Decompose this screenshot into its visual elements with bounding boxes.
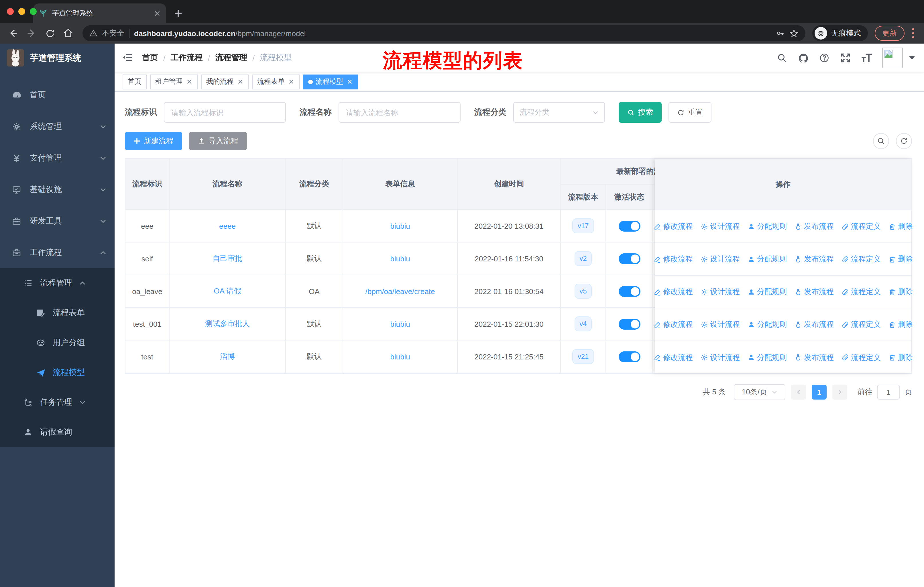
show-search-icon-button[interactable] xyxy=(873,133,889,149)
home-icon[interactable] xyxy=(61,26,76,41)
password-key-icon[interactable] xyxy=(776,29,785,38)
form-info-link[interactable]: biubiu xyxy=(390,352,410,361)
forward-icon[interactable] xyxy=(24,26,39,41)
active-toggle[interactable] xyxy=(619,253,640,264)
process-definition-link[interactable]: 流程定义 xyxy=(841,352,881,362)
filter-key-input[interactable] xyxy=(164,102,286,123)
page-size-select[interactable]: 10条/页 xyxy=(734,384,785,400)
modify-process-link[interactable]: 修改流程 xyxy=(653,254,693,264)
assign-rule-link[interactable]: 分配规则 xyxy=(747,352,787,362)
sidebar-fold-icon[interactable] xyxy=(121,51,134,64)
reset-button[interactable]: 重置 xyxy=(668,102,711,123)
help-icon[interactable] xyxy=(818,52,830,64)
refresh-table-icon-button[interactable] xyxy=(896,133,912,149)
publish-process-link[interactable]: 发布流程 xyxy=(794,221,834,231)
tag-close-icon[interactable] xyxy=(346,78,353,85)
breadcrumb-workflow[interactable]: 工作流程 xyxy=(171,53,203,63)
next-page-button[interactable] xyxy=(832,385,847,400)
form-info-link[interactable]: biubiu xyxy=(390,319,410,328)
process-name-link[interactable]: 滔博 xyxy=(220,352,235,360)
assign-rule-link[interactable]: 分配规则 xyxy=(747,287,787,297)
tag-my-process[interactable]: 我的流程 xyxy=(201,74,249,89)
search-button[interactable]: 搜索 xyxy=(619,102,662,123)
modify-process-link[interactable]: 修改流程 xyxy=(653,319,693,330)
back-icon[interactable] xyxy=(6,26,21,41)
process-definition-link[interactable]: 流程定义 xyxy=(841,287,881,297)
process-name-link[interactable]: 自己审批 xyxy=(213,254,242,263)
modify-process-link[interactable]: 修改流程 xyxy=(653,352,693,362)
sidebar-item-workflow[interactable]: 工作流程 xyxy=(0,237,115,268)
process-name-link[interactable]: OA 请假 xyxy=(214,287,241,295)
filter-category-select[interactable]: 流程分类 xyxy=(513,102,605,123)
publish-process-link[interactable]: 发布流程 xyxy=(794,319,834,330)
publish-process-link[interactable]: 发布流程 xyxy=(794,254,834,264)
active-toggle[interactable] xyxy=(619,351,640,362)
design-process-link[interactable]: 设计流程 xyxy=(700,221,740,231)
tag-close-icon[interactable] xyxy=(186,78,193,85)
close-window-button[interactable] xyxy=(7,8,14,15)
sidebar-item-process-model[interactable]: 流程模型 xyxy=(0,358,115,387)
current-page-button[interactable]: 1 xyxy=(812,385,827,400)
browser-menu-icon[interactable] xyxy=(908,28,918,38)
tag-process-form[interactable]: 流程表单 xyxy=(252,74,300,89)
filter-name-input[interactable] xyxy=(338,102,460,123)
sidebar-item-home[interactable]: 首页 xyxy=(0,79,115,111)
sidebar-item-process-management[interactable]: 流程管理 xyxy=(0,268,115,298)
modify-process-link[interactable]: 修改流程 xyxy=(653,287,693,297)
delete-link[interactable]: 删除 xyxy=(888,287,913,297)
process-definition-link[interactable]: 流程定义 xyxy=(841,221,881,231)
delete-link[interactable]: 删除 xyxy=(888,254,913,264)
sidebar-item-payment[interactable]: 支付管理 xyxy=(0,142,115,174)
publish-process-link[interactable]: 发布流程 xyxy=(794,352,834,362)
active-toggle[interactable] xyxy=(619,286,640,297)
assign-rule-link[interactable]: 分配规则 xyxy=(747,254,787,264)
browser-update-button[interactable]: 更新 xyxy=(875,26,904,41)
design-process-link[interactable]: 设计流程 xyxy=(700,319,740,330)
tag-close-icon[interactable] xyxy=(287,78,294,85)
reload-icon[interactable] xyxy=(42,26,57,41)
active-toggle[interactable] xyxy=(619,318,640,329)
publish-process-link[interactable]: 发布流程 xyxy=(794,287,834,297)
caret-down-icon[interactable] xyxy=(909,56,915,60)
goto-page-input[interactable] xyxy=(877,385,900,400)
tab-close-icon[interactable] xyxy=(154,10,160,17)
form-info-link[interactable]: biubiu xyxy=(390,254,410,263)
delete-link[interactable]: 删除 xyxy=(888,221,913,231)
browser-tab[interactable]: 芋道管理系统 xyxy=(33,3,166,23)
sidebar-item-dev-tools[interactable]: 研发工具 xyxy=(0,205,115,237)
design-process-link[interactable]: 设计流程 xyxy=(700,254,740,264)
user-avatar[interactable] xyxy=(882,48,903,68)
process-definition-link[interactable]: 流程定义 xyxy=(841,319,881,330)
minimize-window-button[interactable] xyxy=(18,8,25,15)
process-name-link[interactable]: 测试多审批人 xyxy=(205,319,250,328)
prev-page-button[interactable] xyxy=(791,385,806,400)
process-name-link[interactable]: eeee xyxy=(219,222,236,230)
sidebar-item-leave-query[interactable]: 请假查询 xyxy=(0,417,115,447)
tag-close-icon[interactable] xyxy=(237,78,243,85)
search-icon[interactable] xyxy=(776,52,788,64)
import-process-button[interactable]: 导入流程 xyxy=(189,132,247,150)
modify-process-link[interactable]: 修改流程 xyxy=(653,221,693,231)
process-definition-link[interactable]: 流程定义 xyxy=(841,254,881,264)
assign-rule-link[interactable]: 分配规则 xyxy=(747,221,787,231)
design-process-link[interactable]: 设计流程 xyxy=(700,287,740,297)
tag-home[interactable]: 首页 xyxy=(122,74,147,89)
sidebar-item-system[interactable]: 系统管理 xyxy=(0,111,115,142)
address-bar[interactable]: 不安全 dashboard.yudao.iocoder.cn/bpm/manag… xyxy=(82,25,805,41)
create-process-button[interactable]: 新建流程 xyxy=(125,132,182,150)
design-process-link[interactable]: 设计流程 xyxy=(700,352,740,362)
sidebar-item-infrastructure[interactable]: 基础设施 xyxy=(0,174,115,205)
breadcrumb-process-management[interactable]: 流程管理 xyxy=(215,53,248,63)
fullscreen-icon[interactable] xyxy=(840,52,851,64)
breadcrumb-home[interactable]: 首页 xyxy=(142,53,158,63)
github-icon[interactable] xyxy=(797,52,809,64)
sidebar-item-task-management[interactable]: 任务管理 xyxy=(0,387,115,417)
assign-rule-link[interactable]: 分配规则 xyxy=(747,319,787,330)
sidebar-item-process-form[interactable]: 流程表单 xyxy=(0,298,115,328)
new-tab-button[interactable] xyxy=(171,6,186,21)
maximize-window-button[interactable] xyxy=(30,8,37,15)
tag-process-model[interactable]: 流程模型 xyxy=(303,74,358,89)
bookmark-star-icon[interactable] xyxy=(789,29,799,38)
delete-link[interactable]: 删除 xyxy=(888,352,913,362)
active-toggle[interactable] xyxy=(619,220,640,231)
